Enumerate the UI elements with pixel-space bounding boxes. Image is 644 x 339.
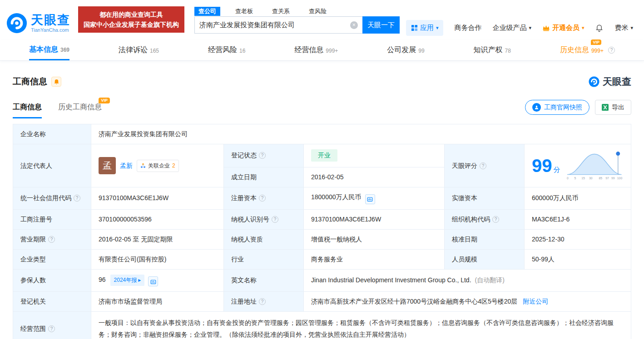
clear-icon[interactable]: × bbox=[350, 21, 358, 29]
business-scope-label: 经营范围? bbox=[13, 312, 91, 339]
taxpayer-quality-value: 增值税一般纳税人 bbox=[304, 229, 445, 249]
table-row: 营业期限? 2016-02-05 至 无固定期限 纳税人资质 增值税一般纳税人 … bbox=[13, 229, 631, 249]
search-type-tabs: 查公司 查老板 查关系 查风险 bbox=[194, 6, 400, 16]
tab-history-info[interactable]: VIP 历史信息 999+ ? bbox=[560, 40, 615, 60]
tab-operation-risk[interactable]: 经营风险 16 bbox=[208, 40, 245, 60]
help-icon[interactable]: ? bbox=[608, 47, 615, 54]
reg-status-label: 登记状态? bbox=[224, 144, 304, 167]
tab-business-info[interactable]: 经营信息 999+ bbox=[294, 40, 338, 60]
open-vip-menu[interactable]: 开通会员 ▾ bbox=[542, 24, 585, 32]
subtab-history-business-info[interactable]: 历史工商信息 VIP bbox=[58, 103, 102, 118]
capital-detail-icon[interactable] bbox=[365, 194, 375, 204]
org-code-label: 组织机构代码? bbox=[445, 209, 525, 229]
apps-menu-label: 应用 bbox=[420, 24, 434, 32]
business-info-subtabs: 工商信息 历史工商信息 VIP bbox=[13, 103, 102, 118]
reg-capital-label: 注册资本? bbox=[224, 187, 304, 210]
score-curve-chart: 0 5 15 30 85 97 99 100 bbox=[565, 149, 624, 182]
related-companies-badge[interactable]: 关联企业 2 bbox=[137, 160, 179, 172]
establish-date-value: 2016-02-05 bbox=[304, 167, 445, 187]
search-box: × bbox=[194, 16, 362, 34]
tianyancha-logo[interactable]: 天眼查 TianYanCha.com bbox=[6, 6, 72, 40]
svg-text:30: 30 bbox=[589, 177, 592, 180]
business-term-value: 2016-02-05 至 无固定期限 bbox=[91, 229, 224, 249]
english-name-label: 英文名称 bbox=[224, 269, 304, 292]
search-tab-relation[interactable]: 查关系 bbox=[268, 7, 294, 16]
help-icon[interactable]: ? bbox=[492, 216, 499, 223]
table-row: 统一社会信用代码? 91370100MA3C6E1J6W 注册资本? 18000… bbox=[13, 187, 631, 210]
search-tab-boss[interactable]: 查老板 bbox=[231, 7, 257, 16]
help-icon[interactable]: ? bbox=[259, 298, 266, 305]
help-icon[interactable]: ? bbox=[272, 216, 278, 223]
staff-size-value: 50-99人 bbox=[525, 249, 631, 269]
table-row: 工商注册号 370100000053596 纳税人识别号? 91370100MA… bbox=[13, 209, 631, 229]
brand-domain: TianYanCha.com bbox=[31, 27, 70, 33]
promo-banner: 都在用的商业查询工具 国家中小企业发展子基金旗下机构 bbox=[78, 6, 184, 33]
watermark-brand-name: 天眼查 bbox=[603, 75, 631, 88]
search-area: 查公司 查老板 查关系 查风险 × 天眼一下 bbox=[194, 6, 400, 40]
credit-code-label: 统一社会信用代码? bbox=[13, 187, 91, 210]
search-button[interactable]: 天眼一下 bbox=[362, 16, 400, 34]
official-snapshot-button[interactable]: 工商官网快照 bbox=[525, 100, 590, 115]
address-label: 注册地址? bbox=[224, 292, 304, 312]
user-menu[interactable]: 费米 ▾ bbox=[614, 24, 633, 32]
search-input[interactable] bbox=[199, 21, 350, 29]
industry-value: 商务服务业 bbox=[304, 249, 445, 269]
search-tab-risk[interactable]: 查风险 bbox=[305, 7, 331, 16]
related-companies-icon bbox=[140, 163, 146, 168]
related-companies-label: 关联企业 bbox=[148, 161, 170, 171]
tab-legal-litigation[interactable]: 法律诉讼 165 bbox=[119, 40, 159, 60]
taxpayer-id-label: 纳税人识别号? bbox=[224, 209, 304, 229]
help-icon[interactable]: ? bbox=[259, 195, 266, 201]
help-icon[interactable]: ? bbox=[48, 236, 55, 243]
svg-text:15: 15 bbox=[581, 177, 585, 180]
export-button[interactable]: 导出 bbox=[595, 100, 631, 115]
tab-count: 999+ bbox=[591, 48, 604, 54]
notifications-bell[interactable] bbox=[595, 24, 604, 32]
help-icon[interactable]: ? bbox=[74, 195, 80, 201]
legal-rep-link[interactable]: 孟新 bbox=[120, 161, 133, 171]
tab-label: 法律诉讼 bbox=[119, 45, 148, 55]
search-tab-company[interactable]: 查公司 bbox=[194, 7, 220, 16]
excel-icon bbox=[602, 104, 609, 111]
legal-rep-label: 法定代表人 bbox=[13, 144, 91, 187]
table-row: 法定代表人 孟 孟新 关联企业 2 bbox=[13, 144, 631, 167]
insured-count-value: 96 bbox=[99, 276, 106, 283]
top-header: 天眼查 TianYanCha.com 都在用的商业查询工具 国家中小企业发展子基… bbox=[0, 0, 644, 40]
tab-label: 经营信息 bbox=[294, 45, 323, 55]
cooperation-menu[interactable]: 商务合作 bbox=[454, 24, 481, 32]
tab-count: 999+ bbox=[326, 48, 338, 54]
paid-capital-label: 实缴资本 bbox=[445, 187, 525, 210]
credit-code-value: 91370100MA3C6E1J6W bbox=[91, 187, 224, 210]
annual-report-badge[interactable]: 2024年报▸ bbox=[110, 275, 145, 286]
english-name-cell: Jinan Industrial Development Investment … bbox=[304, 269, 631, 292]
chevron-down-icon: ▾ bbox=[529, 25, 531, 31]
subscribe-bell-button[interactable] bbox=[51, 77, 61, 87]
establish-date-label: 成立日期 bbox=[224, 167, 304, 187]
apps-menu[interactable]: 应用 ▾ bbox=[406, 20, 444, 36]
tianyancha-logo-icon bbox=[6, 13, 27, 34]
svg-text:100: 100 bbox=[617, 177, 622, 180]
insured-detail-icon[interactable] bbox=[148, 276, 158, 286]
tab-company-development[interactable]: 公司发展 99 bbox=[387, 40, 424, 60]
tab-intellectual-property[interactable]: 知识产权 78 bbox=[474, 40, 511, 60]
subtab-business-info[interactable]: 工商信息 bbox=[13, 103, 42, 118]
legal-rep-cell: 孟 孟新 关联企业 2 bbox=[91, 144, 224, 187]
chevron-down-icon: ▾ bbox=[630, 25, 633, 31]
avatar[interactable]: 孟 bbox=[99, 157, 116, 174]
help-icon[interactable]: ? bbox=[259, 152, 266, 159]
enterprise-label: 企业级产品 bbox=[492, 24, 526, 32]
help-icon[interactable]: ? bbox=[48, 325, 55, 332]
address-value: 济南市高新技术产业开发区经十路7000号汉峪金融商务中心4区5号楼20层 bbox=[311, 298, 517, 305]
approval-date-value: 2025-12-30 bbox=[525, 229, 631, 249]
tab-basic-info[interactable]: 基本信息 369 bbox=[29, 40, 69, 60]
company-type-value: 有限责任公司(国有控股) bbox=[91, 249, 224, 269]
cooperation-label: 商务合作 bbox=[454, 24, 481, 32]
top-menu: 应用 ▾ 商务合作 企业级产品 ▾ 开通会员 ▾ 费米 ▾ bbox=[406, 15, 633, 40]
table-row: 登记机关 济南市市场监督管理局 注册地址? 济南市高新技术产业开发区经十路700… bbox=[13, 292, 631, 312]
bell-icon bbox=[54, 79, 59, 85]
org-code-value: MA3C6E1J-6 bbox=[525, 209, 631, 229]
help-icon[interactable]: ? bbox=[480, 162, 486, 169]
enterprise-products-menu[interactable]: 企业级产品 ▾ bbox=[492, 24, 531, 32]
business-term-label: 营业期限? bbox=[13, 229, 91, 249]
nearby-companies-link[interactable]: 附近公司 bbox=[523, 298, 548, 305]
